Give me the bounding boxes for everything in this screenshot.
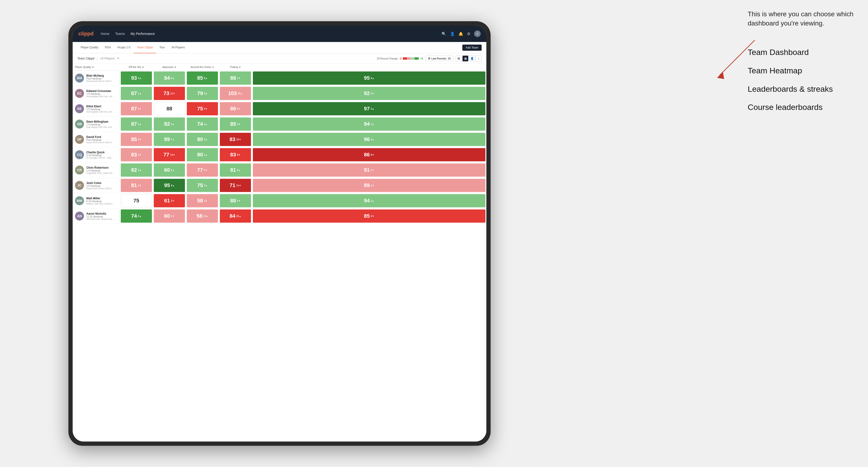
player-name: Chris Robertson [86, 166, 115, 169]
score-value: 85 [131, 136, 137, 143]
score-cell-1-0: 87 1▲ [120, 86, 153, 101]
sort-arrow[interactable] [92, 66, 94, 68]
view-icons: ⊞ ▦ 👤 ↓ [456, 55, 482, 62]
score-change: 8▲ [171, 184, 175, 187]
edit-icon[interactable]: ✎ [117, 57, 120, 60]
score-change: 4▲ [237, 169, 241, 172]
tab-hcaps[interactable]: Hcaps 1-5 [114, 42, 134, 53]
score-cell-3-4: 94 1▲ [252, 117, 486, 132]
score-box: 60 2▲ [154, 163, 185, 177]
bell-icon[interactable]: 🔔 [459, 32, 463, 36]
player-avatar: BM [75, 73, 84, 83]
player-cell-7[interactable]: JC Josh Coles 1-5 Handicap Royal North D… [73, 178, 120, 193]
user-icon[interactable]: 👤 [450, 32, 455, 36]
player-cell-3[interactable]: DB Dave Billingham 1-5 Handicap Gog Mago… [73, 117, 120, 132]
score-change: 11▼ [236, 184, 241, 187]
score-change: 3▲ [138, 169, 142, 172]
annotation-arrow-icon [712, 38, 760, 85]
color-bar [403, 57, 418, 60]
score-cell-5-2: 80 1▲ [186, 147, 219, 162]
score-change: 2▲ [204, 184, 208, 187]
score-value: 84 [229, 213, 235, 219]
sort-putting-arrow[interactable] [239, 66, 241, 68]
score-cell-8-1: 61 3▼ [153, 193, 186, 209]
player-info: Charlie Quick 6-10 Handicap St. George's… [86, 151, 115, 159]
bar-light-green [411, 57, 414, 60]
score-box: 95 9▲ [253, 71, 486, 85]
score-box: 87 4▲ [121, 118, 152, 131]
score-box: 80 1▲ [187, 148, 218, 161]
sort-green-arrow[interactable] [212, 66, 214, 68]
score-value: 61 [164, 198, 170, 204]
score-box: 88 1▼ [220, 71, 251, 85]
player-cell-8[interactable]: MM Matt Miller 6-10 Handicap Woburn Golf… [73, 193, 120, 209]
player-handicap: 1-5 Handicap [86, 93, 115, 95]
last-rounds-button[interactable]: ⊞ Last Rounds: 20 [426, 56, 453, 61]
tab-pgat[interactable]: Player Quality [78, 42, 102, 53]
nav-link-teams[interactable]: Teams [115, 32, 125, 36]
score-cell-0-3: 88 1▼ [219, 70, 252, 86]
view-grid-button[interactable]: ⊞ [456, 55, 462, 62]
score-value: 83 [229, 136, 235, 143]
settings-icon[interactable]: ⚙ [467, 32, 470, 36]
player-name: Charlie Quick [86, 151, 115, 154]
tab-teamclippd[interactable]: Team Clippd [134, 42, 156, 53]
score-cell-6-3: 81 4▲ [219, 162, 252, 178]
table-row: MM Matt Miller 6-10 Handicap Woburn Golf… [73, 193, 486, 209]
player-cell-2[interactable]: EE Elliot Ebert 1-5 Handicap Sunningdale… [73, 101, 120, 117]
score-box: 75 3▼ [187, 102, 218, 115]
score-cell-3-0: 87 4▲ [120, 117, 153, 132]
score-box: 77 3▼ [187, 163, 218, 177]
score-cell-4-0: 85 3▼ [120, 132, 153, 147]
score-change: 2▲ [171, 169, 175, 172]
score-value: 91 [364, 167, 370, 173]
annotation-item-heatmap: Team Heatmap [748, 65, 861, 76]
add-team-button[interactable]: Add Team [462, 44, 482, 51]
player-name: Blair McHarg [86, 74, 115, 77]
score-change: 8▲ [138, 215, 142, 217]
separator: | [97, 56, 98, 61]
player-cell-1[interactable]: EC Edward Crossman 1-5 Handicap Sunningd… [73, 86, 120, 101]
user-avatar[interactable]: U [474, 30, 481, 37]
score-value: 83 [230, 152, 236, 158]
player-cell-5[interactable]: CQ Charlie Quick 6-10 Handicap St. Georg… [73, 147, 120, 162]
player-cell-6[interactable]: CR Chris Robertson 1-5 Handicap Craigmil… [73, 162, 120, 178]
nav-link-home[interactable]: Home [101, 32, 110, 36]
sort-approach-arrow[interactable] [174, 66, 177, 68]
tab-allplayers[interactable]: All Players [168, 42, 188, 53]
score-box: 89 7▲ [154, 133, 185, 146]
search-icon[interactable]: 🔍 [441, 32, 446, 36]
score-change: 3▼ [138, 184, 142, 187]
nav-link-myperformance[interactable]: My Performance [130, 32, 155, 36]
view-heatmap-button[interactable]: ▦ [462, 55, 468, 62]
svg-marker-1 [717, 72, 724, 79]
score-cell-9-1: 60 1▼ [153, 209, 186, 224]
score-cell-9-0: 74 8▲ [120, 209, 153, 224]
score-value: 87 [131, 121, 137, 127]
score-cell-4-2: 80 3▲ [186, 132, 219, 147]
score-value: 58 [196, 213, 202, 219]
score-box: 58 10▲ [187, 210, 218, 223]
view-person-button[interactable]: 👤 [469, 55, 475, 62]
player-cell-0[interactable]: BM Blair McHarg Plus Handicap Royal Nort… [73, 70, 120, 86]
score-change: 4▲ [138, 77, 142, 80]
col-green-label: Around the Green [191, 66, 211, 68]
col-player-label: Player Quality [75, 66, 91, 68]
tab-tour[interactable]: Tour [156, 42, 168, 53]
view-download-button[interactable]: ↓ [475, 55, 482, 62]
score-cell-4-4: 96 3▲ [252, 132, 486, 147]
score-box: 86 6▼ [220, 102, 251, 115]
col-green: Around the Green [186, 64, 219, 70]
player-avatar: EC [75, 89, 84, 98]
player-cell-9[interactable]: AN Aaron Nicholls 11-15 Handicap Drift G… [73, 209, 120, 224]
sort-tee-arrow[interactable] [142, 66, 144, 68]
score-change: 3▼ [171, 199, 175, 202]
player-name: Dave Billingham [86, 120, 115, 123]
tab-pga[interactable]: PGA [102, 42, 114, 53]
score-value: 82 [164, 121, 170, 127]
score-value: 75 [197, 106, 203, 112]
table-row: DF David Ford Plus Handicap Royal North … [73, 132, 486, 147]
col-putting: Putting [219, 64, 252, 70]
player-avatar: DF [75, 135, 84, 144]
player-cell-4[interactable]: DF David Ford Plus Handicap Royal North … [73, 132, 120, 147]
